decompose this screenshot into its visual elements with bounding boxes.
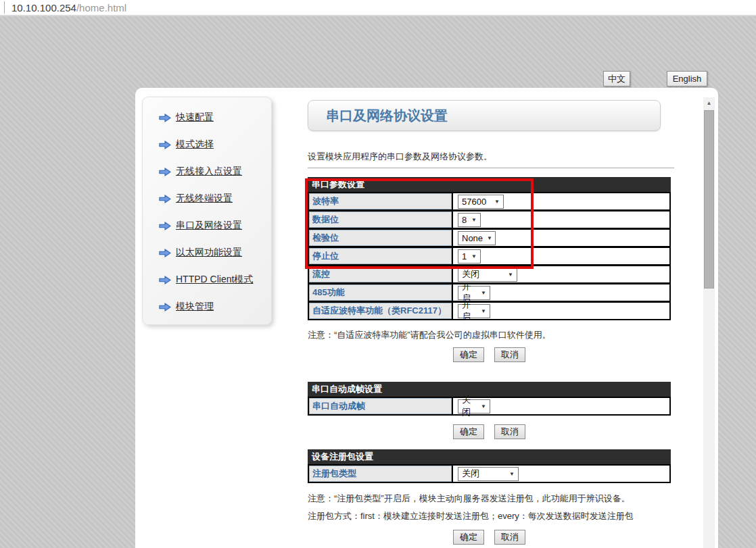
row-label: 自适应波特率功能（类RFC2117） (309, 303, 453, 319)
nav-arrow-icon (159, 276, 171, 284)
serial-params-actions: 确定 取消 (308, 347, 671, 362)
row-label: 485功能 (309, 284, 453, 301)
row-label: 数据位 (309, 211, 453, 228)
register-packet-note-2: 注册包方式：first：模块建立连接时发送注册包；every：每次发送数据时发送… (308, 510, 671, 522)
sidebar-item-label[interactable]: 以太网功能设置 (176, 247, 242, 259)
table-row-flow-control: 流控 关闭 ▼ (308, 265, 671, 284)
selected-value: 1 (462, 251, 467, 261)
page-description: 设置模块应用程序的串口参数及网络协议参数。 (308, 151, 671, 162)
data-bits-select[interactable]: 8 ▼ (458, 213, 481, 227)
sidebar-item-httpd-client[interactable]: HTTPD Client模式 (159, 274, 271, 286)
url-path: /home.html (76, 2, 126, 14)
auto-framing-table: 串口自动成帧设置 串口自动成帧 关闭 ▼ (308, 382, 671, 416)
register-packet-table: 设备注册包设置 注册包类型 关闭 ▼ (308, 449, 671, 483)
chevron-down-icon: ▼ (487, 235, 492, 241)
content-panel: 快速配置 模式选择 无线接入点设置 无线终端设置 串口及网络设置 以太网功能设置 (135, 88, 718, 548)
table-row-baud-rate: 波特率 57600 ▼ (308, 192, 671, 211)
nav-arrow-icon (159, 195, 171, 203)
cancel-button[interactable]: 取消 (494, 424, 525, 439)
table-row-485-function: 485功能 开启 ▼ (308, 283, 671, 302)
auto-framing-header: 串口自动成帧设置 (308, 382, 671, 397)
table-row-parity: 检验位 None ▼ (308, 228, 671, 247)
content-scrollbar[interactable]: ▲ (703, 97, 715, 548)
sidebar-item-ethernet[interactable]: 以太网功能设置 (159, 247, 271, 259)
selected-value: 关闭 (462, 394, 477, 418)
chevron-down-icon: ▼ (509, 471, 515, 477)
selected-value: None (462, 233, 483, 243)
row-label: 波特率 (309, 193, 453, 209)
rs485-select[interactable]: 开启 ▼ (458, 286, 490, 300)
selected-value: 开启 (462, 299, 477, 323)
selected-value: 8 (462, 215, 467, 225)
serial-params-note: 注意：“自适应波特率功能”请配合我公司的虚拟串口软件使用。 (308, 329, 671, 341)
stop-bits-select[interactable]: 1 ▼ (458, 249, 481, 264)
baud-rate-select[interactable]: 57600 ▼ (458, 195, 504, 209)
sidebar-item-ap-settings[interactable]: 无线接入点设置 (159, 166, 271, 178)
cancel-button[interactable]: 取消 (494, 530, 525, 545)
sidebar-item-sta-settings[interactable]: 无线终端设置 (159, 193, 271, 205)
language-english-button[interactable]: English (667, 71, 707, 86)
selected-value: 关闭 (462, 468, 479, 480)
language-chinese-button[interactable]: 中文 (603, 71, 630, 86)
page-title-box: 串口及网络协议设置 (308, 100, 661, 131)
serial-params-table: 串口参数设置 波特率 57600 ▼ 数据位 8 (308, 177, 671, 320)
auto-framing-actions: 确定 取消 (308, 424, 671, 439)
adaptive-baud-select[interactable]: 开启 ▼ (458, 304, 490, 318)
sidebar-item-label[interactable]: HTTPD Client模式 (176, 274, 253, 286)
sidebar-item-label[interactable]: 串口及网络设置 (176, 220, 242, 232)
row-label: 检验位 (309, 230, 453, 246)
parity-select[interactable]: None ▼ (458, 231, 496, 245)
table-row-adaptive-baud: 自适应波特率功能（类RFC2117） 开启 ▼ (308, 301, 671, 320)
sidebar-item-uart-network[interactable]: 串口及网络设置 (159, 220, 271, 232)
table-row-data-bits: 数据位 8 ▼ (308, 210, 671, 229)
url-divider (4, 1, 5, 14)
row-label: 停止位 (309, 248, 453, 264)
chevron-down-icon: ▼ (508, 272, 513, 278)
sidebar-item-mode-select[interactable]: 模式选择 (159, 139, 271, 151)
sidebar-item-quick-config[interactable]: 快速配置 (159, 111, 271, 124)
divider (308, 168, 674, 168)
chevron-down-icon: ▼ (481, 403, 486, 409)
sidebar: 快速配置 模式选择 无线接入点设置 无线终端设置 串口及网络设置 以太网功能设置 (142, 97, 272, 325)
row-label: 流控 (309, 266, 453, 282)
register-packet-note-1: 注意：“注册包类型”开启后，模块主动向服务器发送注册包，此功能用于辨识设备。 (308, 493, 671, 504)
url-host: 10.10.100.254 (11, 2, 76, 14)
table-row-stop-bits: 停止位 1 ▼ (308, 247, 671, 266)
nav-arrow-icon (159, 168, 171, 176)
page: 10.10.100.254/home.html 中文 English 快速配置 … (0, 0, 756, 548)
scrollbar-thumb[interactable] (704, 110, 714, 289)
scroll-up-arrow-icon[interactable]: ▲ (703, 97, 715, 109)
chevron-down-icon: ▼ (481, 308, 486, 314)
sidebar-item-label[interactable]: 无线接入点设置 (176, 166, 242, 178)
serial-params-header: 串口参数设置 (308, 177, 671, 192)
sidebar-item-label[interactable]: 快速配置 (176, 111, 214, 124)
main-content: 串口及网络协议设置 设置模块应用程序的串口参数及网络协议参数。 串口参数设置 波… (308, 100, 671, 545)
flow-control-select[interactable]: 关闭 ▼ (458, 268, 517, 282)
sidebar-item-label[interactable]: 模式选择 (176, 139, 214, 151)
nav-arrow-icon (159, 114, 171, 122)
nav-arrow-icon (159, 249, 171, 257)
cancel-button[interactable]: 取消 (494, 347, 525, 362)
row-label: 串口自动成帧 (309, 398, 453, 414)
chevron-down-icon: ▼ (471, 217, 477, 223)
page-title: 串口及网络协议设置 (326, 107, 448, 125)
register-type-select[interactable]: 关闭 ▼ (458, 467, 519, 481)
chevron-down-icon: ▼ (481, 290, 486, 296)
register-packet-header: 设备注册包设置 (308, 449, 671, 464)
sidebar-item-module-management[interactable]: 模块管理 (159, 301, 271, 313)
browser-address-bar[interactable]: 10.10.100.254/home.html (0, 0, 756, 16)
auto-framing-select[interactable]: 关闭 ▼ (458, 399, 490, 414)
nav-arrow-icon (159, 303, 171, 312)
selected-value: 关闭 (462, 268, 479, 280)
sidebar-item-label[interactable]: 模块管理 (176, 301, 214, 313)
table-row-auto-framing: 串口自动成帧 关闭 ▼ (308, 397, 671, 416)
ok-button[interactable]: 确定 (453, 347, 484, 362)
nav-arrow-icon (159, 222, 171, 230)
sidebar-item-label[interactable]: 无线终端设置 (176, 193, 233, 205)
chevron-down-icon: ▼ (494, 199, 500, 205)
ok-button[interactable]: 确定 (453, 530, 484, 545)
selected-value: 57600 (462, 197, 486, 207)
table-row-register-type: 注册包类型 关闭 ▼ (308, 464, 671, 483)
ok-button[interactable]: 确定 (453, 424, 484, 439)
register-packet-actions: 确定 取消 (308, 530, 671, 545)
